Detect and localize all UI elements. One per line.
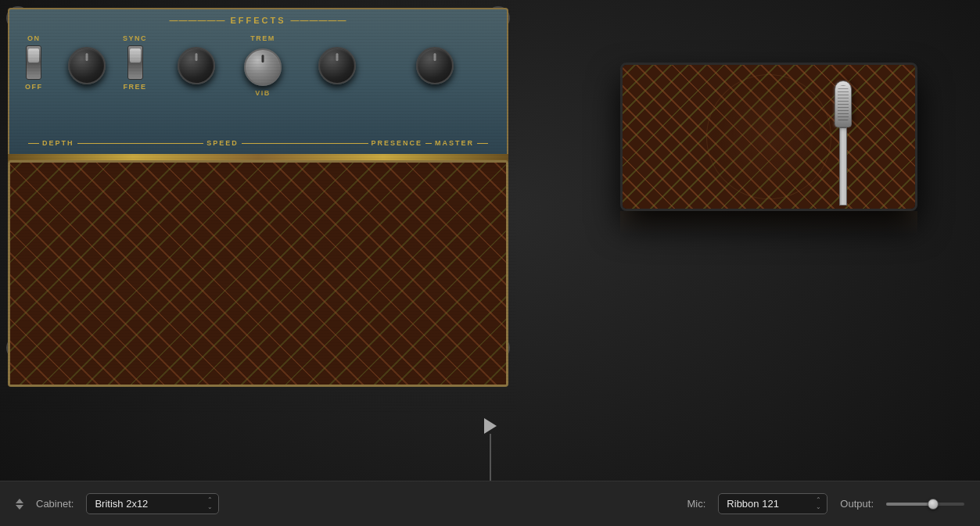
on-off-toggle[interactable] xyxy=(26,45,41,80)
mic-select[interactable]: Ribbon 121 Condenser 87 Dynamic 57 No Mi… xyxy=(718,493,827,514)
bottom-labels-row: DEPTH SPEED PRESENCE MASTER xyxy=(25,139,491,147)
depth-bottom-label: DEPTH xyxy=(42,139,74,147)
on-label: ON xyxy=(27,34,41,42)
cabinet-reflection xyxy=(620,211,917,234)
output-slider-fill xyxy=(886,503,933,506)
master-knob[interactable] xyxy=(416,47,454,84)
off-label: OFF xyxy=(25,83,43,91)
speed-knob[interactable] xyxy=(178,47,215,84)
output-slider-track[interactable] xyxy=(886,503,964,506)
effects-panel: EFFECTS ON OFF SYNC FREE TREM VIB xyxy=(8,8,508,156)
trem-label: TREM xyxy=(250,34,275,42)
mic-label: Mic: xyxy=(687,498,706,510)
amp-unit: EFFECTS ON OFF SYNC FREE TREM VIB xyxy=(0,0,516,414)
free-label: FREE xyxy=(124,83,147,91)
amp-grille xyxy=(8,160,508,387)
microphone[interactable] xyxy=(834,81,853,206)
mic-position-line xyxy=(490,434,491,481)
master-bottom-label: MASTER xyxy=(435,139,474,147)
preset-up-arrow[interactable] xyxy=(16,499,23,503)
vib-label: VIB xyxy=(255,89,271,97)
play-button[interactable] xyxy=(484,418,497,434)
presence-bottom-label: PRESENCE xyxy=(372,139,423,147)
output-slider-thumb[interactable] xyxy=(928,499,939,510)
sync-label: SYNC xyxy=(123,34,147,42)
bottom-bar: Cabinet: British 2x12 American 4x10 Smal… xyxy=(0,481,980,526)
grille-pattern xyxy=(10,163,506,385)
depth-knob[interactable] xyxy=(68,47,106,84)
output-label: Output: xyxy=(840,498,874,510)
presence-knob[interactable] xyxy=(318,47,356,84)
effects-section-label: EFFECTS xyxy=(169,16,346,25)
preset-down-arrow[interactable] xyxy=(16,505,23,510)
cabinet-label: Cabinet: xyxy=(36,498,74,510)
cabinet-select-wrapper: British 2x12 American 4x10 Small Tweed L… xyxy=(86,493,219,514)
speed-bottom-label: SPEED xyxy=(206,139,239,147)
output-area xyxy=(886,503,964,506)
sync-free-toggle[interactable] xyxy=(127,45,143,80)
mic-select-wrapper: Ribbon 121 Condenser 87 Dynamic 57 No Mi… xyxy=(718,493,827,514)
speaker-cone xyxy=(706,74,831,199)
mic-position-indicator xyxy=(484,418,497,481)
mic-body xyxy=(839,127,847,206)
trem-vib-toggle[interactable] xyxy=(244,48,282,86)
mic-head xyxy=(835,81,852,127)
cabinet-box xyxy=(620,63,917,211)
cabinet-display xyxy=(620,63,917,234)
cabinet-select[interactable]: British 2x12 American 4x10 Small Tweed L… xyxy=(86,493,219,514)
preset-arrows[interactable] xyxy=(16,499,23,510)
